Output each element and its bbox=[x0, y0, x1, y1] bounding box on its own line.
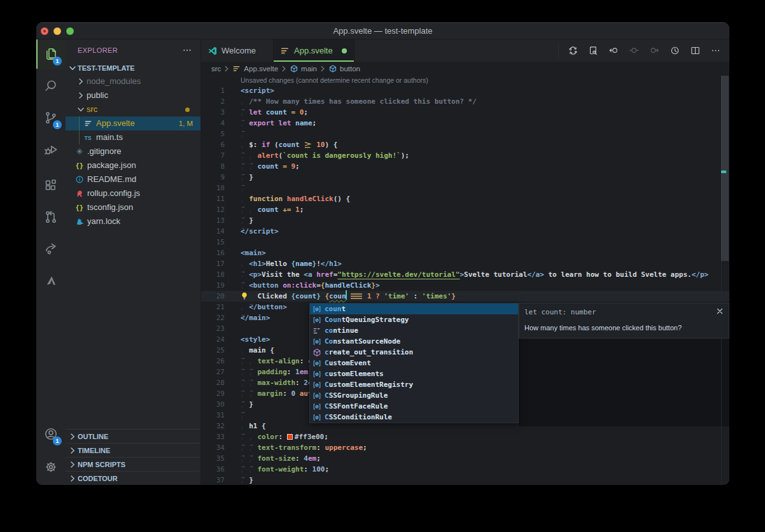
code-line-35[interactable]: 35→→font-size: 4em; bbox=[201, 453, 729, 464]
suggest-item-cssgroupingrule[interactable]: CSSGroupingRule bbox=[310, 390, 518, 401]
breadcrumb-item-main[interactable]: main bbox=[290, 64, 317, 73]
split-editor-icon[interactable] bbox=[690, 45, 701, 56]
scrollbar-slider[interactable] bbox=[721, 76, 729, 261]
suggest-item-cssconditionrule[interactable]: CSSConditionRule bbox=[310, 412, 518, 423]
badge: 1 bbox=[53, 437, 62, 445]
tree-item-src[interactable]: src bbox=[66, 102, 200, 116]
code-editor[interactable]: Unsaved changes (cannot determine recent… bbox=[201, 76, 729, 485]
breadcrumb[interactable]: srcApp.sveltemainbutton bbox=[201, 62, 729, 76]
tree-section-header[interactable]: TEST-TEMPLATE bbox=[66, 61, 200, 74]
suggest-item-constantsourcenode[interactable]: ConstantSourceNode bbox=[310, 336, 518, 347]
activity-item-explorer[interactable]: 1 bbox=[36, 39, 66, 69]
suggest-item-create_out_transition[interactable]: create_out_transition bbox=[310, 347, 518, 358]
activity-item-source-control[interactable]: 1 bbox=[36, 103, 66, 132]
search-icon bbox=[43, 78, 59, 94]
more-actions-icon[interactable] bbox=[182, 45, 192, 55]
tree-item-readme-md[interactable]: README.md bbox=[66, 172, 200, 186]
activity-item-run-debug[interactable] bbox=[36, 135, 66, 164]
editor-scrollbar[interactable] bbox=[721, 76, 729, 485]
next-change-icon[interactable] bbox=[649, 45, 660, 56]
tree-item-label: README.md bbox=[87, 172, 136, 186]
symbol-variable-icon bbox=[312, 391, 321, 400]
suggest-item-continue[interactable]: continue bbox=[310, 325, 518, 336]
suggest-details-panel: let count: number How many times has som… bbox=[519, 303, 729, 339]
suggest-label: customElements bbox=[325, 368, 384, 379]
code-line-19[interactable]: 19→<button on:click={handleClick}> bbox=[201, 280, 729, 291]
tree-item-package-json[interactable]: {}package.json bbox=[66, 158, 200, 172]
code-line-37[interactable]: 37→} bbox=[201, 475, 729, 485]
code-line-33[interactable]: 33→→color: #ff3e00; bbox=[201, 431, 729, 442]
tree-item-label: public bbox=[87, 88, 108, 102]
code-line-17[interactable]: 17→<h1>Hello {name}!</h1> bbox=[201, 258, 729, 269]
tree-item-main-ts[interactable]: TSmain.ts bbox=[66, 130, 200, 144]
sidebar-section-outline[interactable]: OUTLINE bbox=[66, 429, 200, 443]
activity-item-accounts[interactable]: 1 bbox=[36, 419, 66, 449]
tree-item-public[interactable]: public bbox=[66, 88, 200, 102]
suggest-item-countqueuingstrategy[interactable]: CountQueuingStrategy bbox=[310, 314, 518, 325]
suggest-item-customevent[interactable]: CustomEvent bbox=[310, 358, 518, 368]
code-line-7[interactable]: 7→→alert(`count is dangerously high!`); bbox=[201, 150, 729, 161]
lightbulb-icon[interactable] bbox=[240, 291, 249, 300]
sidebar-section-codetour[interactable]: CODETOUR bbox=[66, 471, 200, 485]
badge: 1 bbox=[53, 57, 62, 66]
activity-item-settings[interactable] bbox=[36, 452, 66, 482]
code-line-14[interactable]: 14</script> bbox=[201, 226, 729, 237]
title-bar[interactable]: App.svelte — test-template bbox=[36, 22, 729, 39]
codelens-annotation[interactable]: Unsaved changes (cannot determine recent… bbox=[201, 76, 729, 85]
code-line-2[interactable]: 2→/** How many times has someone clicked… bbox=[201, 96, 729, 107]
code-line-12[interactable]: 12→→count += 1; bbox=[201, 204, 729, 215]
suggest-item-customelementregistry[interactable]: CustomElementRegistry bbox=[310, 379, 518, 390]
code-line-34[interactable]: 34→→text-transform: uppercase; bbox=[201, 442, 729, 453]
tree-item-yarn-lock[interactable]: yarn.lock bbox=[66, 214, 200, 228]
tree-item-app-svelte[interactable]: App.svelte1, M bbox=[66, 116, 200, 130]
code-line-5[interactable]: 5 bbox=[201, 129, 729, 139]
code-line-11[interactable]: 11→function handleClick() { bbox=[201, 193, 729, 204]
code-line-4[interactable]: 4→export let name; bbox=[201, 118, 729, 129]
previous-change-icon[interactable] bbox=[608, 45, 619, 56]
code-line-15[interactable]: 15 bbox=[201, 237, 729, 248]
close-icon[interactable] bbox=[715, 307, 724, 316]
line-number: 2 bbox=[201, 96, 225, 107]
activity-item-github-pull-requests[interactable] bbox=[36, 202, 66, 232]
current-change-icon[interactable] bbox=[629, 45, 640, 56]
breadcrumb-item-button[interactable]: button bbox=[328, 64, 360, 73]
code-line-16[interactable]: 16<main> bbox=[201, 248, 729, 258]
sidebar-section-timeline[interactable]: TIMELINE bbox=[66, 443, 200, 457]
file-history-icon[interactable] bbox=[670, 45, 680, 56]
symbol-variable-icon bbox=[312, 413, 321, 422]
suggest-item-cssfontfacerule[interactable]: CSSFontFaceRule bbox=[310, 401, 518, 412]
tree-item-rollup-config-js[interactable]: rollup.config.js bbox=[66, 186, 200, 200]
code-line-10[interactable]: 10 bbox=[201, 183, 729, 193]
tree-item--gitignore[interactable]: .gitignore bbox=[66, 144, 200, 158]
breadcrumb-item-app-svelte[interactable]: App.svelte bbox=[232, 64, 278, 73]
compare-changes-icon[interactable] bbox=[568, 45, 579, 56]
code-line-20[interactable]: 20→Clicked {count} {coun 1 ? 'time' : 't… bbox=[201, 291, 729, 302]
sidebar-section-npm-scripts[interactable]: NPM SCRIPTS bbox=[66, 457, 200, 471]
code-line-9[interactable]: 9→} bbox=[201, 172, 729, 183]
code-line-6[interactable]: 6→$: if (count 10) { bbox=[201, 139, 729, 150]
tab-app-svelte[interactable]: App.svelte bbox=[274, 39, 354, 62]
breadcrumb-item-src[interactable]: src bbox=[211, 65, 221, 73]
editor-actions bbox=[558, 39, 726, 62]
code-line-1[interactable]: 1<script> bbox=[201, 85, 729, 96]
activity-item-extensions[interactable] bbox=[36, 171, 66, 200]
tab-welcome[interactable]: Welcome bbox=[201, 39, 274, 62]
activity-item-search[interactable] bbox=[36, 71, 66, 101]
open-preview-icon[interactable] bbox=[588, 45, 599, 56]
code-line-3[interactable]: 3→let count = 0; bbox=[201, 107, 729, 118]
activity-item-azure[interactable] bbox=[36, 266, 66, 295]
activity-item-live-share[interactable] bbox=[36, 234, 66, 263]
tree-item-node-modules[interactable]: node_modules bbox=[66, 74, 200, 88]
code-line-13[interactable]: 13→} bbox=[201, 215, 729, 226]
suggest-label: CountQueuingStrategy bbox=[325, 314, 409, 325]
suggest-item-count[interactable]: count bbox=[310, 304, 518, 314]
suggest-item-customelements[interactable]: customElements bbox=[310, 368, 518, 379]
code-line-8[interactable]: 8→→count = 9; bbox=[201, 161, 729, 172]
code-line-36[interactable]: 36→→font-weight: 100; bbox=[201, 464, 729, 475]
more-actions-icon[interactable] bbox=[710, 45, 721, 56]
suggest-signature: let count: number bbox=[519, 304, 729, 316]
code-line-18[interactable]: 18→<p>Visit the <a href="https://svelte.… bbox=[201, 269, 729, 280]
color-swatch[interactable] bbox=[287, 434, 293, 440]
section-label: OUTLINE bbox=[78, 433, 108, 440]
tree-item-tsconfig-json[interactable]: {}tsconfig.json bbox=[66, 200, 200, 214]
